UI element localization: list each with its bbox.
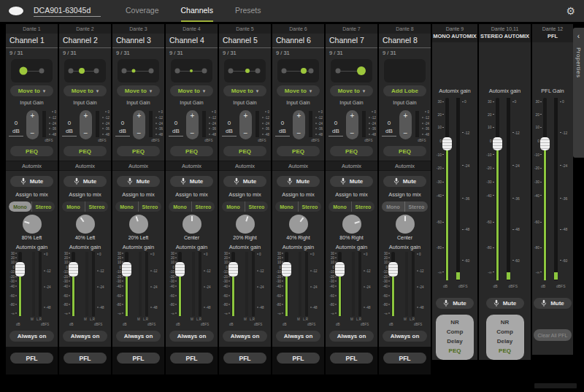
input-gain-value[interactable]: 0 dB [115, 115, 130, 137]
gain-stepper[interactable]: + − [239, 110, 252, 139]
mute-button[interactable]: Mute [330, 176, 373, 187]
always-on-button[interactable]: Always on [383, 331, 427, 342]
lobe-position-widget[interactable] [64, 59, 106, 82]
fader-handle[interactable] [228, 262, 238, 277]
move-to-button[interactable]: Move to ▾ [10, 85, 53, 96]
plus-icon[interactable]: + [297, 112, 301, 120]
gain-stepper[interactable]: + − [399, 110, 412, 139]
lobe-position-widget[interactable] [384, 59, 426, 82]
minus-icon[interactable]: − [137, 130, 142, 137]
minus-icon[interactable]: − [350, 130, 355, 137]
stereo-option[interactable]: Stereo [245, 201, 268, 212]
pan-knob[interactable] [236, 215, 255, 234]
gain-stepper[interactable]: + − [80, 110, 92, 139]
lobe-position-widget[interactable] [11, 59, 53, 82]
always-on-button[interactable]: Always on [169, 331, 214, 342]
fader-track[interactable] [285, 252, 288, 316]
input-gain-value[interactable]: 0 dB [169, 115, 183, 137]
processing-button-nr[interactable]: NR [486, 319, 524, 327]
channel-name[interactable]: Channel 4 [169, 36, 214, 47]
peq-button[interactable]: PEQ [117, 146, 160, 156]
fader-track[interactable] [178, 252, 182, 316]
pan-knob[interactable] [182, 215, 201, 234]
fader-track[interactable] [543, 98, 547, 280]
plus-icon[interactable]: + [84, 112, 88, 120]
pfl-button[interactable]: PFL [330, 353, 373, 364]
pan-knob[interactable] [129, 215, 148, 234]
lobe-dot-green[interactable] [357, 66, 366, 75]
gain-stepper[interactable]: + − [346, 110, 358, 139]
stereo-option[interactable]: Stereo [298, 201, 321, 212]
fader-track[interactable] [125, 252, 128, 316]
lobe-dot-green[interactable] [301, 68, 307, 74]
mute-button[interactable]: Mute [117, 176, 160, 187]
minus-icon[interactable]: − [404, 130, 408, 137]
fader-track[interactable] [445, 98, 449, 280]
lobe-dot-green[interactable] [20, 67, 28, 75]
pan-knob[interactable] [23, 215, 42, 234]
fader-handle[interactable] [122, 262, 131, 277]
peq-button[interactable]: PEQ [10, 146, 53, 156]
peq-button[interactable]: PEQ [64, 146, 107, 156]
move-to-button[interactable]: Move to ▾ [223, 85, 266, 96]
pfl-button[interactable]: PFL [64, 353, 107, 364]
input-gain-value[interactable]: 0 dB [382, 115, 396, 137]
channel-name[interactable]: Channel 8 [383, 36, 427, 47]
fader-handle[interactable] [540, 137, 550, 150]
processing-button-delay[interactable]: Delay [486, 338, 524, 346]
mute-button[interactable]: Mute [383, 176, 426, 187]
channel-name[interactable]: Channel 6 [276, 36, 320, 47]
plus-icon[interactable]: + [137, 112, 142, 120]
fader-handle[interactable] [175, 262, 185, 277]
mute-button[interactable]: Mute [486, 298, 524, 309]
lobe-dot-green[interactable] [131, 69, 135, 73]
processing-button-nr[interactable]: NR [436, 319, 474, 327]
plus-icon[interactable]: + [31, 112, 35, 120]
peq-button[interactable]: PEQ [277, 146, 320, 156]
pan-knob[interactable] [342, 215, 361, 234]
channel-name[interactable]: Channel 7 [329, 36, 374, 47]
minus-icon[interactable]: − [31, 130, 35, 137]
always-on-button[interactable]: Always on [9, 331, 54, 342]
fader-track[interactable] [18, 252, 22, 316]
pfl-button[interactable]: PFL [223, 353, 266, 364]
fader-handle[interactable] [69, 262, 78, 277]
input-gain-value[interactable]: 0 dB [222, 115, 237, 137]
fader-track[interactable] [338, 252, 342, 316]
move-to-button[interactable]: Move to ▾ [170, 85, 213, 96]
pan-knob[interactable] [76, 215, 95, 234]
fader-handle[interactable] [15, 262, 25, 277]
tab-channels[interactable]: Channels [181, 0, 213, 22]
always-on-button[interactable]: Always on [63, 331, 107, 342]
mono-option[interactable]: Mono [275, 201, 298, 212]
stereo-option[interactable]: Stereo [404, 201, 428, 212]
fader-handle[interactable] [388, 262, 398, 277]
always-on-button[interactable]: Always on [223, 331, 267, 342]
peq-button[interactable]: PEQ [330, 146, 373, 156]
mute-button[interactable]: Mute [223, 176, 266, 187]
input-gain-value[interactable]: 0 dB [328, 115, 343, 137]
pfl-button[interactable]: PFL [170, 353, 213, 364]
mono-option[interactable]: Mono [169, 201, 191, 212]
channel-name[interactable]: Channel 1 [9, 36, 54, 47]
minus-icon[interactable]: − [244, 130, 248, 137]
mono-option[interactable]: Mono [62, 201, 85, 212]
fader-track[interactable] [231, 252, 235, 316]
plus-icon[interactable]: + [244, 112, 248, 120]
channel-name[interactable]: Channel 2 [63, 36, 107, 47]
processing-button-comp[interactable]: Comp [436, 328, 474, 337]
stereo-option[interactable]: Stereo [85, 201, 108, 212]
gain-stepper[interactable]: + − [293, 110, 305, 139]
always-on-button[interactable]: Always on [329, 331, 374, 342]
pfl-button[interactable]: PFL [10, 353, 53, 364]
stereo-option[interactable]: Stereo [31, 201, 55, 212]
pan-knob[interactable] [289, 215, 308, 234]
input-gain-value[interactable]: 0 dB [62, 115, 77, 137]
lobe-position-widget[interactable] [224, 59, 266, 82]
mute-button[interactable]: Mute [170, 176, 213, 187]
gear-icon[interactable]: ⚙ [566, 6, 575, 16]
channel-name[interactable]: Channel 3 [116, 36, 161, 47]
stereo-option[interactable]: Stereo [351, 201, 374, 212]
pfl-button[interactable]: PFL [277, 353, 320, 364]
properties-panel-toggle[interactable]: ‹ Properties [573, 28, 584, 158]
